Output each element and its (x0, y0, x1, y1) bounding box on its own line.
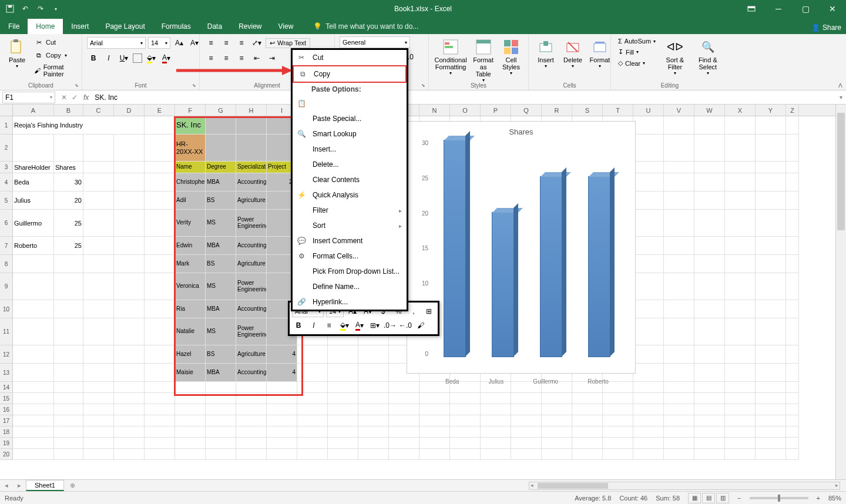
row-header-7[interactable]: 7 (0, 237, 13, 255)
cell-J12[interactable] (297, 345, 328, 364)
zoom-out-icon[interactable]: − (737, 495, 741, 502)
cell-A15[interactable] (13, 393, 54, 404)
cell-E8[interactable] (145, 255, 175, 273)
cell-G4[interactable]: MBA (206, 173, 236, 191)
cell-T17[interactable] (603, 415, 633, 426)
cell-Z16[interactable] (786, 404, 799, 415)
cell-Y12[interactable] (756, 345, 786, 364)
row-header-9[interactable]: 9 (0, 273, 13, 300)
cell-C5[interactable] (83, 191, 114, 210)
cell-U3[interactable] (633, 162, 664, 173)
cell-O20[interactable] (450, 449, 481, 460)
cell-Y3[interactable] (756, 162, 786, 173)
cell-A13[interactable] (13, 364, 54, 382)
cell-N20[interactable] (419, 449, 450, 460)
col-header-W[interactable]: W (694, 105, 725, 116)
tab-formulas[interactable]: Formulas (153, 19, 199, 34)
cell-K14[interactable] (328, 382, 358, 393)
cell-B4[interactable]: 30 (54, 173, 83, 191)
cell-G11[interactable]: MS (206, 318, 236, 345)
cell-G15[interactable] (206, 393, 236, 404)
cell-Y17[interactable] (756, 415, 786, 426)
cell-I15[interactable] (267, 393, 297, 404)
cell-G20[interactable] (206, 449, 236, 460)
conditional-formatting-button[interactable]: Conditional Formatting▾ (434, 36, 468, 77)
col-header-C[interactable]: C (83, 105, 114, 116)
tab-home[interactable]: Home (28, 19, 63, 34)
cell-G18[interactable] (206, 426, 236, 438)
delete-cells-button[interactable]: Delete▾ (560, 36, 585, 70)
cell-A2[interactable] (13, 135, 54, 162)
insert-cells-button[interactable]: Insert▾ (533, 36, 558, 70)
cell-B10[interactable] (54, 300, 83, 318)
col-header-G[interactable]: G (206, 105, 236, 116)
page-layout-view-icon[interactable]: ▤ (702, 493, 715, 503)
row-header-18[interactable]: 18 (0, 426, 13, 438)
cell-Z17[interactable] (786, 415, 799, 426)
cell-U14[interactable] (633, 382, 664, 393)
zoom-in-icon[interactable]: + (817, 495, 820, 502)
cell-L14[interactable] (358, 382, 389, 393)
cell-L19[interactable] (358, 438, 389, 449)
cell-X11[interactable] (725, 318, 756, 345)
cell-L12[interactable] (358, 345, 389, 364)
cell-N15[interactable] (419, 393, 450, 404)
zoom-slider[interactable] (750, 497, 808, 499)
cell-E7[interactable] (145, 237, 175, 255)
cell-D9[interactable] (114, 273, 145, 300)
cell-H20[interactable] (236, 449, 267, 460)
mini-inc-decimal-icon[interactable]: .0→ (384, 319, 397, 332)
ctx-insert-[interactable]: Insert... (293, 142, 407, 157)
mini-bold-icon[interactable]: B (292, 319, 305, 332)
cell-A6[interactable]: Guillermo (13, 210, 54, 237)
cell-K15[interactable] (328, 393, 358, 404)
cell-Y9[interactable] (756, 273, 786, 300)
cell-V11[interactable] (664, 318, 694, 345)
cell-G13[interactable]: MBA (206, 364, 236, 382)
col-header-A[interactable]: A (13, 105, 54, 116)
cell-H17[interactable] (236, 415, 267, 426)
cell-W16[interactable] (694, 404, 725, 415)
col-header-R[interactable]: R (542, 105, 572, 116)
cell-Z14[interactable] (786, 382, 799, 393)
cell-J15[interactable] (297, 393, 328, 404)
cell-P17[interactable] (481, 415, 511, 426)
col-header-S[interactable]: S (572, 105, 603, 116)
ctx-copy[interactable]: ⧉Copy (293, 65, 407, 83)
cell-C8[interactable] (83, 255, 114, 273)
col-header-T[interactable]: T (603, 105, 633, 116)
cell-W6[interactable] (694, 210, 725, 237)
cell-W17[interactable] (694, 415, 725, 426)
increase-font-icon[interactable]: A▴ (173, 36, 186, 49)
cell-D19[interactable] (114, 438, 145, 449)
cell-D12[interactable] (114, 345, 145, 364)
cell-O16[interactable] (450, 404, 481, 415)
wrap-text-button[interactable]: ↩Wrap Text (266, 38, 310, 48)
cell-U16[interactable] (633, 404, 664, 415)
cell-V13[interactable] (664, 364, 694, 382)
cell-V4[interactable] (664, 173, 694, 191)
cell-N18[interactable] (419, 426, 450, 438)
cell-T16[interactable] (603, 404, 633, 415)
cell-D17[interactable] (114, 415, 145, 426)
cell-V5[interactable] (664, 191, 694, 210)
cell-P16[interactable] (481, 404, 511, 415)
cell-X7[interactable] (725, 237, 756, 255)
cell-U19[interactable] (633, 438, 664, 449)
cell-M16[interactable] (389, 404, 419, 415)
cell-C11[interactable] (83, 318, 114, 345)
cell-H9[interactable]: Power Engineering (236, 273, 267, 300)
cell-A14[interactable] (13, 382, 54, 393)
cell-B18[interactable] (54, 426, 83, 438)
cell-G6[interactable]: MS (206, 210, 236, 237)
cell-C16[interactable] (83, 404, 114, 415)
cell-Q18[interactable] (511, 426, 542, 438)
cell-F12[interactable]: Hazel (175, 345, 206, 364)
cell-Y15[interactable] (756, 393, 786, 404)
cell-L20[interactable] (358, 449, 389, 460)
mini-align-icon[interactable]: ≡ (323, 319, 335, 332)
cell-Z11[interactable] (786, 318, 799, 345)
cell-I13[interactable]: 4 (267, 364, 297, 382)
cell-T20[interactable] (603, 449, 633, 460)
row-header-17[interactable]: 17 (0, 415, 13, 426)
